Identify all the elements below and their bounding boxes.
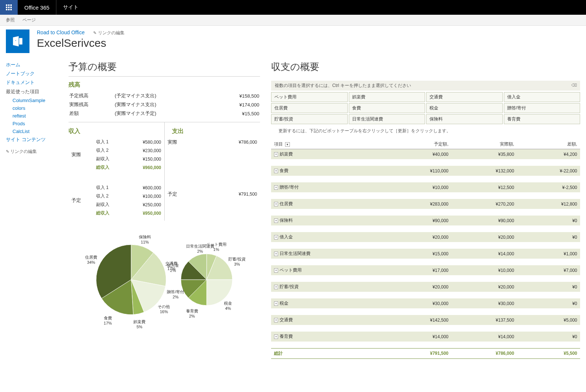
pivot-col-plan: 予定額,: [386, 140, 451, 149]
nav-home[interactable]: ホーム: [6, 60, 69, 69]
pivot-row[interactable]: +貯蓄/投資¥20,000¥20,000¥0: [271, 282, 580, 292]
pie-slice-label: 借入金2%: [167, 263, 179, 273]
expand-icon[interactable]: +: [274, 335, 278, 339]
income-row-label: 収入 1: [94, 138, 124, 146]
pivot-row[interactable]: +税金¥30,000¥30,000¥0: [271, 298, 580, 308]
slicer-hint: 複数の項目を選択するには、Ctrl キーを押したまま選択してください ⌫: [271, 81, 580, 91]
expand-icon[interactable]: +: [274, 169, 278, 173]
income-row-label: 副収入: [94, 201, 124, 209]
pie-chart-other: ペット費用1%貯蓄/投資3%税金4%養育費2%贈答/寄付2%借入金2%日常生活関…: [181, 254, 232, 305]
pivot-row[interactable]: +食費¥110,000¥132,000¥-22,000: [271, 166, 580, 176]
nav-site-contents[interactable]: サイト コンテンツ: [6, 135, 69, 144]
tab-page[interactable]: ページ: [22, 17, 36, 22]
pivot-row[interactable]: +娯楽費¥40,000¥35,800¥4,200: [271, 149, 580, 160]
nav-recent-item[interactable]: reftest: [6, 112, 69, 120]
dropdown-icon[interactable]: ▾: [285, 142, 290, 147]
top-bar: Office 365 サイト: [0, 0, 586, 15]
nav-recent-item[interactable]: colors: [6, 104, 69, 112]
income-row-value: ¥580,000: [124, 138, 163, 146]
pivot-row[interactable]: +借入金¥20,000¥20,000¥0: [271, 232, 580, 242]
balance-value: ¥158,500: [213, 92, 259, 100]
pivot-row[interactable]: +贈答/寄付¥10,000¥12,500¥-2,500: [271, 182, 580, 192]
office365-label[interactable]: Office 365: [18, 0, 56, 15]
ribbon-tabs: 参照 ページ: [0, 15, 586, 26]
nav-documents[interactable]: ドキュメント: [6, 78, 69, 87]
slicer-item[interactable]: 交通費: [426, 92, 503, 102]
balance-label: 予定残高: [69, 92, 114, 100]
page-header: Road to Cloud Office ✎ リンクの編集 ExcelSeriv…: [0, 26, 586, 57]
pivot-row[interactable]: +ペット費用¥17,000¥10,000¥7,000: [271, 265, 580, 275]
nav-recent-item[interactable]: Prods: [6, 120, 69, 127]
income-row-value: ¥100,000: [124, 192, 163, 200]
clear-filter-icon[interactable]: ⌫: [571, 83, 577, 88]
pivot-row[interactable]: +交通費¥142,500¥137,500¥5,000: [271, 315, 580, 325]
balance-header: 残高: [69, 81, 260, 89]
income-row-label: 収入 1: [94, 184, 124, 192]
slicer-item[interactable]: 税金: [426, 103, 503, 113]
expand-icon[interactable]: +: [274, 318, 278, 322]
income-row-label: 収入 2: [94, 147, 124, 154]
pencil-icon: ✎: [93, 31, 97, 35]
summary-title: 収支の概要: [271, 60, 580, 76]
slicer-item[interactable]: 贈答/寄付: [504, 103, 580, 113]
sharepoint-logo[interactable]: [6, 29, 29, 53]
nav-recent-item[interactable]: CalcList: [6, 127, 69, 135]
income-row-value: ¥150,000: [124, 155, 163, 163]
pivot-row[interactable]: +住居費¥283,000¥270,200¥12,800: [271, 199, 580, 209]
income-block-label: 実際: [69, 138, 93, 171]
income-block-label: 予定: [69, 184, 93, 217]
pivot-col-diff: 差額,: [517, 140, 580, 149]
pivot-row[interactable]: +保険料¥90,000¥90,000¥0: [271, 216, 580, 225]
expand-icon[interactable]: +: [274, 285, 278, 289]
slicer-item[interactable]: 食費: [349, 103, 425, 113]
expand-icon[interactable]: +: [274, 235, 278, 239]
expand-icon[interactable]: +: [274, 218, 278, 223]
slicer-item[interactable]: 養育費: [504, 114, 580, 124]
slicer-item[interactable]: 娯楽費: [349, 92, 425, 102]
pie-slice-label: 贈答/寄付2%: [167, 289, 184, 299]
slicer-item[interactable]: 貯蓄/投資: [271, 114, 348, 124]
expand-icon[interactable]: +: [274, 152, 278, 157]
expense-planned-label: 予定: [165, 190, 201, 198]
app-launcher-button[interactable]: [0, 0, 18, 15]
waffle-icon: [6, 4, 12, 10]
nav-recent-label: 最近使った項目: [6, 87, 69, 97]
site-label[interactable]: サイト: [56, 4, 85, 11]
pivot-row[interactable]: +養育費¥14,000¥14,000¥0: [271, 332, 580, 342]
nav-notebook[interactable]: ノートブック: [6, 69, 69, 78]
income-row-label: 収入 2: [94, 192, 124, 200]
balance-label: 差額: [69, 109, 114, 118]
pivot-col-actual: 実際額,: [452, 140, 517, 149]
pie-slice-label: 住居費34%: [85, 255, 97, 265]
balance-note: (実際マイナス予定): [115, 109, 212, 118]
pie-slice-label: 日常生活関連費2%: [186, 244, 214, 253]
nav-recent-item[interactable]: ColumnSample: [6, 97, 69, 104]
slicer-item[interactable]: 保険料: [426, 114, 503, 124]
expand-icon[interactable]: +: [274, 268, 278, 273]
balance-note: (実際マイナス支出): [115, 101, 212, 109]
pivot-total-row: 総計¥791,500¥786,000¥5,500: [271, 348, 580, 358]
budget-panel: 予算の概要 残高 予定残高(予定マイナス支出)¥158,500実際残高(実際マイ…: [69, 60, 260, 359]
refresh-hint: 更新するには、下記のピボットテーブルを右クリックして［更新］をクリックします。: [278, 128, 580, 134]
expand-icon[interactable]: +: [274, 185, 278, 190]
expand-icon[interactable]: +: [274, 252, 278, 256]
pivot-row[interactable]: +日常生活関連費¥15,000¥14,000¥1,000: [271, 249, 580, 259]
balance-value: ¥15,500: [213, 109, 259, 118]
breadcrumb-link[interactable]: Road to Cloud Office: [37, 29, 85, 35]
slicer-item[interactable]: 借入金: [504, 92, 580, 102]
balance-label: 実際残高: [69, 101, 114, 109]
edit-links-button[interactable]: ✎ リンクの編集: [93, 30, 124, 35]
pie-charts: 保険料11%交通費17%その他16%娯楽費5%食費17%住居費34% ペット費用…: [69, 235, 260, 324]
expand-icon[interactable]: +: [274, 301, 278, 306]
slicer-item[interactable]: 日常生活関連費: [349, 114, 425, 124]
income-header: 収入: [69, 127, 164, 135]
budget-title: 予算の概要: [69, 60, 260, 77]
pie-chart-main: 保険料11%交通費17%その他16%娯楽費5%食費17%住居費34%: [96, 245, 166, 315]
nav-edit-links[interactable]: ✎ リンクの編集: [6, 148, 69, 155]
slicer-item[interactable]: 住居費: [271, 103, 348, 113]
income-row-value: ¥250,000: [124, 201, 163, 209]
slicer-item[interactable]: ペット費用: [271, 92, 348, 102]
pie-slice-label: 養育費2%: [186, 308, 198, 318]
tab-browse[interactable]: 参照: [6, 17, 15, 22]
expand-icon[interactable]: +: [274, 202, 278, 206]
